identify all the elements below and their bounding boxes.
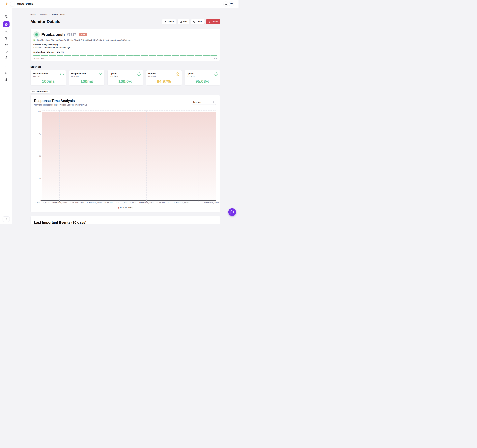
metric-title: Response time xyxy=(71,72,86,75)
blocks-icon xyxy=(5,56,8,59)
sidebar-item-integrations[interactable] xyxy=(3,56,9,59)
logout-button[interactable] xyxy=(3,217,10,222)
x-axis-labels: 11 feb 2025, 13:4211 feb 2025, 13:4811 f… xyxy=(42,202,216,204)
legend-marker xyxy=(118,207,119,208)
trash-icon xyxy=(209,21,211,23)
edit-button[interactable]: Edit xyxy=(178,19,190,24)
delete-button[interactable]: Delete xyxy=(206,19,220,24)
monitor-id: #3717 xyxy=(67,33,76,36)
metric-title: Uptime xyxy=(148,72,156,75)
avatar[interactable]: LM xyxy=(229,2,234,6)
sidebar-collapse-button[interactable] xyxy=(10,2,14,6)
vertical-gridline xyxy=(77,111,77,200)
dark-mode-toggle[interactable] xyxy=(223,2,228,6)
pause-button[interactable]: Pause xyxy=(162,19,176,24)
gauge-icon xyxy=(99,72,102,77)
metric-card-uptime-year: Uptime (last year) 95.03% xyxy=(185,70,220,85)
x-axis-label: 11 feb 2025, 14:28 xyxy=(174,202,188,204)
check-interval: Checked every 3 minute(s) xyxy=(33,44,217,46)
metric-subtitle: (last 30d) xyxy=(148,75,156,77)
x-axis-label: 11 feb 2025, 14:16 xyxy=(139,202,154,204)
gauge-icon xyxy=(60,72,64,77)
metric-card-response-24h: Response time (last 24h) 100ms xyxy=(69,70,105,85)
metric-value: 94.97% xyxy=(148,79,179,84)
uptime-segment xyxy=(172,55,179,56)
uptime-segment xyxy=(33,55,40,56)
x-axis-tick xyxy=(77,201,77,201)
y-axis-label: 75 xyxy=(39,133,41,135)
time-range-select[interactable]: Last hour xyxy=(191,100,216,105)
metrics-row: Response time (current) 100ms Response t… xyxy=(30,70,220,85)
y-axis-label: 0 xyxy=(40,200,41,201)
x-axis-tick xyxy=(199,201,199,201)
pause-icon xyxy=(164,21,167,23)
uptime-segment xyxy=(141,55,148,56)
page-title: Monitor Details xyxy=(30,19,60,24)
monitor-url-row: Uphttp://localhost:3001/api/push/pUkZyUj… xyxy=(33,39,217,41)
sidebar-item-team[interactable] xyxy=(3,71,9,75)
status-halo xyxy=(33,31,40,38)
breadcrumb: Home Monitors Monitor Details xyxy=(30,13,220,16)
metric-title: Response time xyxy=(33,72,48,75)
copy-icon xyxy=(193,21,196,23)
breadcrumb-home[interactable]: Home xyxy=(30,13,36,16)
sidebar-item-settings[interactable] xyxy=(3,78,9,81)
chevron-right-icon xyxy=(37,14,39,16)
x-axis-tick xyxy=(112,201,112,201)
uptime-segment xyxy=(157,55,163,56)
x-axis-label: 11 feb 2025, 13:54 xyxy=(70,202,84,204)
sidebar-item-dashboard[interactable] xyxy=(3,15,9,18)
x-axis-label: 11 feb 2025, 13:48 xyxy=(52,202,67,204)
chevron-right-icon xyxy=(11,3,13,5)
performance-chip-label: Performance xyxy=(36,90,48,93)
x-axis-label: 11 feb 2025, 14:11 xyxy=(122,202,136,204)
sidebar-item-checks[interactable] xyxy=(3,49,9,53)
vertical-gridline xyxy=(164,111,164,200)
uptime-bar-start-label: 24 hours ago xyxy=(33,57,44,59)
x-axis-tick xyxy=(164,201,164,201)
clone-label: Clone xyxy=(197,20,202,23)
monitor-name: Prueba push xyxy=(41,32,65,37)
y-axis-label: 25 xyxy=(39,177,41,179)
response-time-chart-card: Response Time Analysis Monitoring Respon… xyxy=(30,95,220,212)
uptime-24h-line: Uptime last 24 hours: 100.0% xyxy=(33,51,217,53)
uptime-segment xyxy=(64,55,71,56)
uptime-segment xyxy=(95,55,102,56)
vertical-gridline xyxy=(146,111,147,200)
y-axis-label: 100 xyxy=(38,111,41,113)
sidebar-item-status-pages[interactable] xyxy=(3,43,9,47)
uptime-label: Uptime last 24 hours: xyxy=(33,51,55,53)
uptime-segment xyxy=(126,55,133,56)
uptime-segment xyxy=(49,55,56,56)
gear-icon xyxy=(5,78,8,81)
x-axis-tick xyxy=(60,201,60,201)
uptime-segment xyxy=(133,55,140,56)
vertical-gridline xyxy=(112,111,112,200)
sidebar-item-more[interactable] xyxy=(3,65,9,68)
status-word: Up xyxy=(33,39,36,41)
sidebar-item-incidents[interactable] xyxy=(3,30,9,34)
uptime-bar-end-label: Now xyxy=(214,57,217,59)
performance-tab-chip[interactable]: Performance xyxy=(30,90,50,94)
status-dot xyxy=(35,33,38,36)
globe-icon xyxy=(4,23,8,26)
sidebar xyxy=(0,8,12,224)
x-axis-tick xyxy=(146,201,147,201)
chatbot-fab[interactable] xyxy=(228,208,236,216)
ellipsis-icon xyxy=(5,66,7,67)
sidebar-item-monitors[interactable] xyxy=(3,21,10,27)
check-circle-icon xyxy=(176,72,179,77)
clock-icon xyxy=(5,37,7,40)
chevron-right-icon xyxy=(49,14,51,16)
uptime-segment xyxy=(195,55,202,56)
events-card: Last Important Events (30 days) Key Inci… xyxy=(30,216,220,224)
main-area: Home Monitors Monitor Details Monitor De… xyxy=(12,8,238,224)
dashboard-grid-icon xyxy=(5,15,8,18)
uptime-segment xyxy=(180,55,186,56)
uptime-segment xyxy=(72,55,79,56)
uptime-segment xyxy=(149,55,156,56)
sidebar-item-maintenance[interactable] xyxy=(3,37,9,40)
breadcrumb-monitors[interactable]: Monitors xyxy=(40,13,48,16)
clone-button[interactable]: Clone xyxy=(191,19,205,24)
uptime-bar xyxy=(33,55,217,56)
